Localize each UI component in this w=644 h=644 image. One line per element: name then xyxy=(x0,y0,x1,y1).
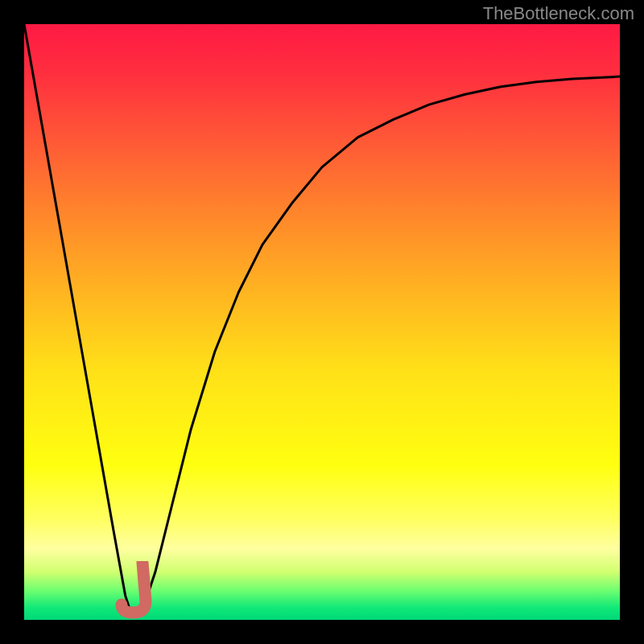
chart-plot-area xyxy=(24,24,620,620)
optimum-marker xyxy=(114,561,155,619)
watermark-text: TheBottleneck.com xyxy=(483,3,634,24)
bottleneck-curve xyxy=(24,24,620,620)
